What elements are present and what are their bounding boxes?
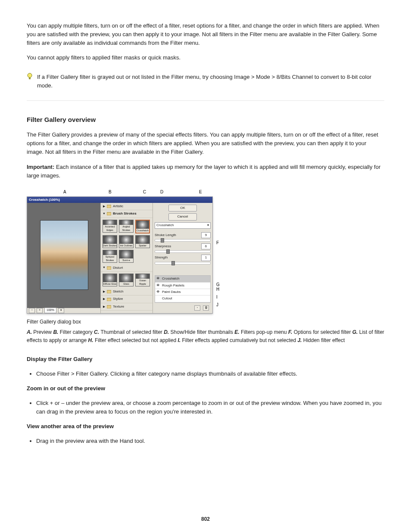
thumbnail-preview-icon <box>103 250 117 255</box>
filter-select[interactable]: Crosshatch ▾ <box>155 222 211 229</box>
option-slider[interactable] <box>155 262 211 264</box>
folder-icon <box>107 205 111 208</box>
filter-thumbnail[interactable]: Crosshatch <box>135 220 150 233</box>
slider-thumb-icon[interactable] <box>166 249 170 254</box>
filter-thumbnail[interactable]: Diffuse Glow <box>103 274 117 286</box>
filter-thumbnail[interactable]: Angled Strokes <box>119 220 134 233</box>
dialog-titlebar: Crosshatch (100%) <box>27 197 212 203</box>
svg-rect-5 <box>107 290 111 293</box>
effect-row[interactable]: 👁Rough Pastels <box>155 283 210 289</box>
thumbnail-preview-icon <box>136 236 149 244</box>
category-sketch[interactable]: ▶ Sketch <box>101 288 153 296</box>
thumbnail-preview-icon <box>136 274 149 279</box>
svg-rect-7 <box>107 305 111 308</box>
new-effect-layer-icon[interactable]: ▫ <box>194 305 200 311</box>
filter-option-list: Stroke Length9Sharpness6Strength1 <box>155 230 211 264</box>
thumbnail-preview-icon <box>103 236 117 244</box>
category-artistic[interactable]: ▶ Artistic <box>101 203 153 210</box>
thumbnail-preview-icon <box>119 250 133 258</box>
category-distort[interactable]: ▼ Distort <box>101 264 153 272</box>
option-slider[interactable] <box>155 239 211 242</box>
option-value[interactable]: 9 <box>201 232 211 238</box>
effect-row[interactable]: 👁Paint Daubs <box>155 289 210 296</box>
cancel-button[interactable]: Cancel <box>168 213 197 220</box>
filter-thumbnail[interactable]: Glass <box>119 274 134 286</box>
filter-thumbnail[interactable]: Accented Edges <box>103 220 117 233</box>
filter-option-row: Strength1 <box>155 255 211 261</box>
filter-thumbnail[interactable]: Spatter <box>135 235 150 248</box>
lightbulb-icon <box>27 73 33 81</box>
overview-paragraph-2: Important: Each instance of a filter tha… <box>27 163 384 180</box>
zoom-in-button[interactable]: + <box>37 308 43 313</box>
display-step: Choose Filter > Filter Gallery. Clicking… <box>36 370 384 378</box>
svg-rect-2 <box>107 205 111 208</box>
category-label: Stylize <box>113 296 123 302</box>
preview-image[interactable] <box>40 220 88 290</box>
figure-legend: A. Preview B. Filter category C. Thumbna… <box>27 328 384 344</box>
thumbnail-grid-brush-strokes: Accented EdgesAngled StrokesCrosshatchDa… <box>101 218 153 264</box>
filter-options-pane: OK Cancel Crosshatch ▾ Stroke Length9Sha… <box>153 203 212 313</box>
filter-gallery-figure: A B C D E F G H I J Crosshatch (100%) − <box>27 189 225 314</box>
legend-text: Options for selected filter <box>294 329 351 335</box>
visibility-eye-icon[interactable]: 👁 <box>156 283 161 288</box>
intro-paragraph-2: You cannot apply filters to applied filt… <box>27 53 384 62</box>
thumbnail-preview-icon <box>119 274 133 282</box>
thumbnail-preview-icon <box>119 236 133 244</box>
callout-label-f: F <box>216 240 221 246</box>
overview-paragraph-1: The Filter Gallery provides a preview of… <box>27 131 384 156</box>
thumbnail-preview-icon <box>119 220 133 225</box>
zoom-heading: Zoom in or out of the preview <box>27 384 384 393</box>
filter-thumbnail[interactable]: Sprayed Strokes <box>103 250 117 263</box>
zoom-dropdown[interactable]: ▾ <box>58 308 64 313</box>
filter-select-label: Crosshatch <box>156 223 174 228</box>
legend-key: I. <box>177 337 182 343</box>
category-label: Artistic <box>113 204 123 209</box>
effect-row[interactable]: 👁Crosshatch <box>155 276 210 282</box>
legend-key: H. <box>88 337 95 343</box>
filter-option-row: Stroke Length9 <box>155 232 211 238</box>
slider-thumb-icon[interactable] <box>171 261 175 265</box>
zoom-out-button[interactable]: − <box>29 308 35 313</box>
disclosure-triangle-icon: ▶ <box>103 204 105 209</box>
legend-text: Show/Hide filter thumbnails <box>171 329 233 335</box>
thumbnail-label: Diffuse Glow <box>103 282 117 286</box>
category-brush-strokes[interactable]: ▼ Brush Strokes <box>101 210 153 218</box>
option-value[interactable]: 1 <box>201 255 211 261</box>
legend-text: Filter effects applied cumulatively but … <box>182 337 296 343</box>
option-slider[interactable] <box>155 250 211 253</box>
option-value[interactable]: 6 <box>201 243 211 249</box>
disclosure-triangle-icon: ▶ <box>103 289 105 294</box>
section-divider <box>27 100 384 101</box>
display-heading: Display the Filter Gallery <box>27 355 384 364</box>
option-label: Sharpness <box>155 244 171 249</box>
filter-gallery-dialog: Crosshatch (100%) − + 100% ▾ ▶ <box>27 196 213 314</box>
effect-row[interactable]: Cutout <box>155 296 210 302</box>
filter-thumbnail[interactable]: Ocean Ripple <box>135 274 150 286</box>
category-label: Distort <box>113 265 123 271</box>
view-bullets: Drag in the preview area with the Hand t… <box>36 437 384 445</box>
effect-name: Paint Daubs <box>162 289 181 295</box>
legend-key: E. <box>234 329 241 335</box>
dialog-body: − + 100% ▾ ▶ Artistic <box>27 203 212 313</box>
category-texture[interactable]: ▶ Texture <box>101 303 153 311</box>
effect-name: Rough Pastels <box>162 283 184 288</box>
visibility-eye-icon[interactable]: 👁 <box>156 289 161 295</box>
filter-thumbnail[interactable]: Sumi-e <box>119 250 134 263</box>
zoom-percentage[interactable]: 100% <box>44 308 56 313</box>
callout-label-e: E <box>199 189 202 196</box>
delete-effect-icon[interactable]: 🗑 <box>203 305 209 311</box>
legend-text: Filters pop-up menu <box>241 329 287 335</box>
legend-key: D. <box>164 329 170 335</box>
thumbnail-label: Sumi-e <box>119 258 133 262</box>
thumbnail-label: Dark Strokes <box>103 244 117 248</box>
ok-button[interactable]: OK <box>168 205 197 212</box>
disclosure-triangle-icon: ▶ <box>103 297 105 302</box>
filter-thumbnail[interactable]: Dark Strokes <box>103 235 117 248</box>
slider-thumb-icon[interactable] <box>161 238 164 243</box>
visibility-eye-icon[interactable]: 👁 <box>156 276 161 281</box>
tip-block: If a Filter Gallery filter is grayed out… <box>27 73 384 90</box>
filter-thumbnail[interactable]: Ink Outlines <box>119 235 134 248</box>
important-text: Each instance of a filter that is applie… <box>27 164 380 179</box>
page-number: 802 <box>0 515 411 523</box>
category-stylize[interactable]: ▶ Stylize <box>101 296 153 303</box>
